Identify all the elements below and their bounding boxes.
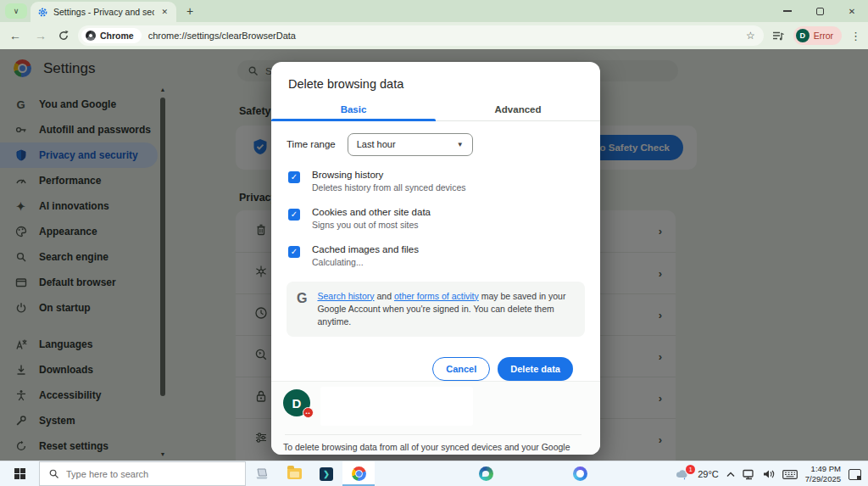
forward-button[interactable]: → xyxy=(32,29,49,42)
checkbox-label: Cached images and files xyxy=(312,244,419,254)
tray-expand-caret-icon[interactable] xyxy=(726,472,735,478)
notification-badge: 1 xyxy=(686,465,695,474)
window-controls: ✕ xyxy=(771,0,868,22)
checkbox-sublabel: Calculating... xyxy=(312,257,419,267)
sync-note: To delete browsing data from all of your… xyxy=(283,440,588,455)
account-avatar: D •• xyxy=(283,389,310,416)
checkbox-checked[interactable]: ✓ xyxy=(288,246,300,258)
dialog-title: Delete browsing data xyxy=(271,62,600,99)
google-account-notice: G Search history and other forms of acti… xyxy=(287,282,585,338)
time-label: 1:49 PM xyxy=(805,464,841,474)
settings-gear-icon xyxy=(37,7,48,18)
checkbox-label: Browsing history xyxy=(312,170,466,180)
time-range-select[interactable]: Last hour ▼ xyxy=(348,133,473,156)
network-icon[interactable] xyxy=(743,469,755,480)
weather-tray-icon[interactable]: 1 xyxy=(675,468,690,480)
tab-strip: ∨ Settings - Privacy and security ✕ + ✕ xyxy=(0,0,868,22)
delete-browsing-data-dialog: Delete browsing data Basic Advanced Time… xyxy=(271,62,600,455)
folder-icon xyxy=(287,468,302,479)
main-area: Settings G You and Google Autofill and p… xyxy=(0,49,868,461)
chrome-logo-icon xyxy=(86,31,96,41)
dialog-buttons: Cancel Delete data xyxy=(287,337,585,381)
caret-down-icon: ▼ xyxy=(457,141,464,148)
check-icon: ✓ xyxy=(291,247,298,256)
search-history-link[interactable]: Search history xyxy=(317,291,374,301)
chrome-icon xyxy=(352,466,366,481)
checkbox-label: Cookies and other site data xyxy=(312,207,431,217)
avatar-initial: D xyxy=(292,396,302,411)
divider xyxy=(285,434,581,435)
chrome-site-chip[interactable]: Chrome xyxy=(81,28,142,43)
taskbar-search-input[interactable] xyxy=(66,469,210,479)
checkbox-row-cached-images[interactable]: ✓ Cached images and files Calculating... xyxy=(288,244,585,267)
time-range-row: Time range Last hour ▼ xyxy=(287,133,585,156)
screen: ∨ Settings - Privacy and security ✕ + ✕ … xyxy=(0,0,868,486)
dialog-body: Time range Last hour ▼ ✓ Browsing histor… xyxy=(271,121,600,382)
check-icon: ✓ xyxy=(291,172,298,182)
checkbox-row-cookies[interactable]: ✓ Cookies and other site data Signs you … xyxy=(288,207,585,230)
taskbar-search[interactable] xyxy=(39,461,246,486)
laptop-icon xyxy=(254,467,270,480)
profile-button[interactable]: D Error xyxy=(793,26,842,45)
reload-button[interactable] xyxy=(58,30,70,42)
other-forms-of-activity-link[interactable]: other forms of activity xyxy=(394,291,479,301)
temperature-label: 29°C xyxy=(698,469,719,479)
minimize-button[interactable] xyxy=(771,0,804,22)
checkbox-row-browsing-history[interactable]: ✓ Browsing history Deletes history from … xyxy=(288,170,585,193)
edge-icon[interactable] xyxy=(479,466,493,481)
taskbar-app-laptop[interactable] xyxy=(246,461,278,486)
account-info-box xyxy=(320,387,473,426)
taskbar-app-file-explorer[interactable] xyxy=(278,461,310,486)
maximize-button[interactable] xyxy=(804,0,836,22)
tab-basic[interactable]: Basic xyxy=(271,99,436,120)
url-text[interactable]: chrome://settings/clearBrowserData xyxy=(148,31,739,41)
time-range-label: Time range xyxy=(287,139,336,149)
bookmark-star-icon[interactable]: ☆ xyxy=(746,30,755,42)
dialog-tabs: Basic Advanced xyxy=(271,99,600,121)
minimize-icon xyxy=(783,10,792,12)
check-icon: ✓ xyxy=(291,209,298,219)
profile-avatar: D xyxy=(796,29,810,42)
address-bar[interactable]: Chrome chrome://settings/clearBrowserDat… xyxy=(78,25,764,46)
menu-kebab-icon[interactable]: ⋮ xyxy=(850,30,861,42)
sync-error-badge: •• xyxy=(303,407,314,418)
reading-list-icon[interactable] xyxy=(772,31,785,42)
google-g-icon: G xyxy=(297,290,307,329)
tab-advanced[interactable]: Advanced xyxy=(436,99,600,120)
taskbar-app-chrome[interactable] xyxy=(342,461,375,486)
maximize-icon xyxy=(816,8,824,15)
profile-error-status: Error xyxy=(814,31,833,41)
cancel-button[interactable]: Cancel xyxy=(432,357,490,381)
start-button[interactable] xyxy=(0,461,39,486)
copilot-icon[interactable] xyxy=(573,466,587,481)
tab-search-button[interactable]: ∨ xyxy=(5,3,27,19)
checkbox-checked[interactable]: ✓ xyxy=(288,171,300,183)
new-tab-button[interactable]: + xyxy=(186,4,193,18)
checkbox-sublabel: Signs you out of most sites xyxy=(312,220,431,230)
close-icon: ✕ xyxy=(849,7,855,16)
time-range-value: Last hour xyxy=(357,139,396,149)
action-center-icon[interactable] xyxy=(849,469,861,480)
close-button[interactable]: ✕ xyxy=(836,0,868,22)
windows-logo-icon xyxy=(14,468,25,479)
taskbar-app-store[interactable]: ❯ xyxy=(310,461,342,486)
browser-toolbar: ← → Chrome chrome://settings/clearBrowse… xyxy=(0,22,868,49)
system-tray: 1 29°C 1:49 PM 7/29/2025 xyxy=(675,461,868,486)
date-label: 7/29/2025 xyxy=(805,474,841,484)
checkbox-checked[interactable]: ✓ xyxy=(288,209,300,221)
notice-text: and xyxy=(375,291,394,301)
dialog-footer: D •• To delete browsing data from all of… xyxy=(271,381,600,455)
sync-note-text: To delete browsing data from all of your… xyxy=(283,442,570,455)
chevron-down-icon: ∨ xyxy=(14,7,19,15)
delete-data-button[interactable]: Delete data xyxy=(498,357,573,381)
keyboard-icon[interactable] xyxy=(782,470,798,479)
windows-taskbar: ❯ 1 29°C 1:49 PM 7/29/2025 xyxy=(0,461,868,486)
search-icon xyxy=(48,468,59,479)
checkbox-sublabel: Deletes history from all synced devices xyxy=(312,182,466,193)
volume-icon[interactable] xyxy=(763,469,775,479)
browser-tab[interactable]: Settings - Privacy and security ✕ xyxy=(31,2,176,22)
tab-close-icon[interactable]: ✕ xyxy=(159,8,170,16)
store-icon: ❯ xyxy=(320,467,333,481)
taskbar-clock[interactable]: 1:49 PM 7/29/2025 xyxy=(805,464,841,484)
back-button[interactable]: ← xyxy=(7,29,24,42)
